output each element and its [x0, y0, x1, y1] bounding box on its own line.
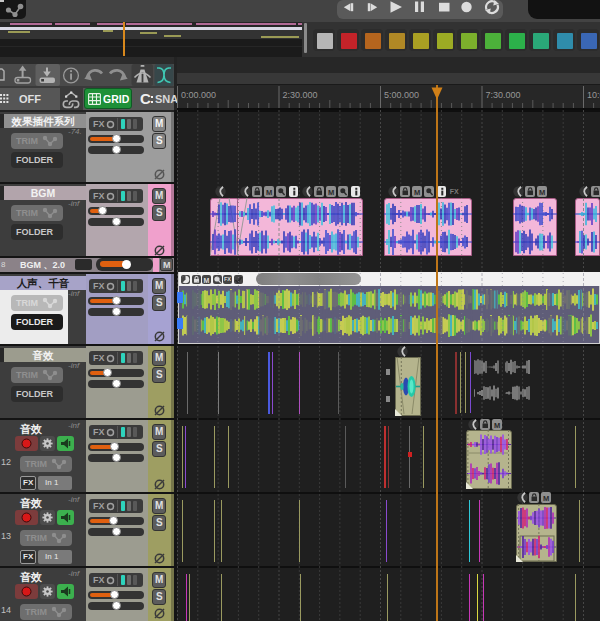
svg-text:M: M	[494, 421, 500, 430]
svg-text:M: M	[414, 188, 420, 197]
svg-text:M: M	[266, 188, 272, 197]
svg-text:M: M	[328, 188, 334, 197]
svg-text:M: M	[543, 494, 549, 503]
svg-text:M: M	[539, 188, 545, 197]
